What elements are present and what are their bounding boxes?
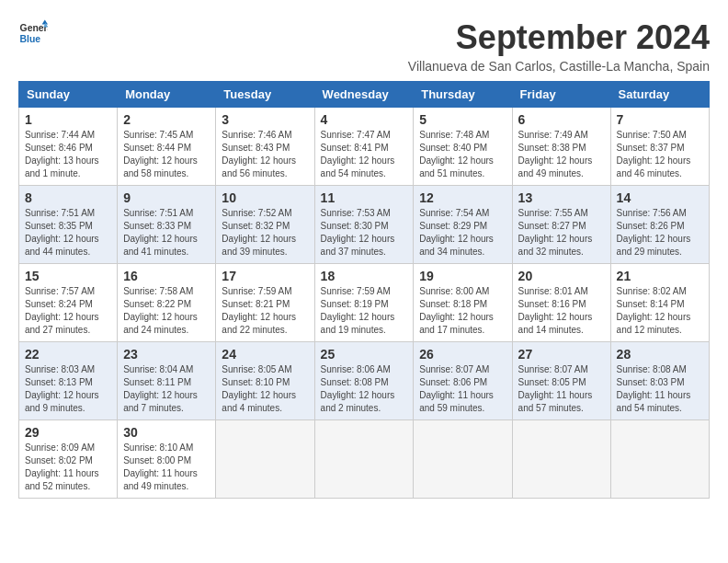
header-sunday: Sunday — [19, 82, 118, 108]
sunset-text: Sunset: 8:18 PM — [419, 299, 487, 309]
day-number: 30 — [123, 425, 210, 440]
day-number: 6 — [518, 112, 605, 127]
table-row: 22Sunrise: 8:03 AMSunset: 8:13 PMDayligh… — [19, 342, 118, 420]
sunrise-text: Sunrise: 7:49 AM — [518, 130, 588, 140]
sunset-text: Sunset: 8:13 PM — [25, 377, 93, 387]
day-number: 22 — [25, 347, 111, 362]
table-row — [512, 420, 610, 499]
table-row: 10Sunrise: 7:52 AMSunset: 8:32 PMDayligh… — [216, 186, 314, 264]
table-row: 25Sunrise: 8:06 AMSunset: 8:08 PMDayligh… — [314, 342, 414, 420]
svg-text:Blue: Blue — [20, 34, 41, 44]
day-info: Sunrise: 8:05 AMSunset: 8:10 PMDaylight:… — [222, 363, 308, 415]
day-info: Sunrise: 8:08 AMSunset: 8:03 PMDaylight:… — [617, 363, 703, 415]
day-info: Sunrise: 7:56 AMSunset: 8:26 PMDaylight:… — [617, 207, 703, 259]
sunrise-text: Sunrise: 7:59 AM — [321, 286, 391, 296]
day-number: 14 — [617, 190, 703, 205]
day-info: Sunrise: 7:50 AMSunset: 8:37 PMDaylight:… — [617, 129, 703, 180]
logo: General Blue — [18, 18, 48, 48]
day-number: 7 — [617, 112, 703, 127]
day-info: Sunrise: 7:57 AMSunset: 8:24 PMDaylight:… — [25, 285, 111, 337]
sunrise-text: Sunrise: 8:07 AM — [419, 364, 489, 374]
header-tuesday: Tuesday — [216, 82, 314, 108]
daylight-text: Daylight: 11 hours and 54 minutes. — [617, 390, 691, 413]
sunset-text: Sunset: 8:16 PM — [518, 299, 586, 309]
sunrise-text: Sunrise: 7:55 AM — [518, 208, 588, 218]
day-number: 8 — [25, 190, 111, 205]
sunrise-text: Sunrise: 7:47 AM — [321, 130, 391, 140]
day-number: 12 — [419, 190, 506, 205]
daylight-text: Daylight: 12 hours and 49 minutes. — [518, 155, 593, 178]
sunset-text: Sunset: 8:32 PM — [222, 221, 290, 231]
daylight-text: Daylight: 12 hours and 56 minutes. — [222, 155, 296, 178]
sunrise-text: Sunrise: 7:51 AM — [25, 208, 95, 218]
daylight-text: Daylight: 12 hours and 37 minutes. — [321, 234, 395, 257]
sunrise-text: Sunrise: 7:45 AM — [123, 130, 193, 140]
sunrise-text: Sunrise: 8:08 AM — [617, 364, 687, 374]
daylight-text: Daylight: 12 hours and 29 minutes. — [617, 234, 691, 257]
sunrise-text: Sunrise: 7:59 AM — [222, 286, 291, 296]
daylight-text: Daylight: 11 hours and 49 minutes. — [123, 468, 198, 491]
header-thursday: Thursday — [414, 82, 512, 108]
header-wednesday: Wednesday — [314, 82, 414, 108]
day-number: 19 — [419, 269, 506, 283]
day-number: 21 — [617, 269, 703, 283]
daylight-text: Daylight: 12 hours and 27 minutes. — [25, 312, 99, 335]
sunrise-text: Sunrise: 7:57 AM — [25, 286, 95, 296]
sunrise-text: Sunrise: 8:01 AM — [518, 286, 588, 296]
day-info: Sunrise: 7:52 AMSunset: 8:32 PMDaylight:… — [222, 207, 308, 259]
calendar-week-row: 8Sunrise: 7:51 AMSunset: 8:35 PMDaylight… — [19, 186, 710, 264]
day-number: 11 — [321, 190, 408, 205]
day-number: 16 — [123, 269, 210, 283]
daylight-text: Daylight: 11 hours and 57 minutes. — [518, 390, 593, 413]
daylight-text: Daylight: 13 hours and 1 minute. — [25, 155, 99, 178]
calendar-week-row: 15Sunrise: 7:57 AMSunset: 8:24 PMDayligh… — [19, 264, 710, 342]
svg-text:General: General — [20, 23, 48, 33]
day-info: Sunrise: 8:00 AMSunset: 8:18 PMDaylight:… — [419, 285, 506, 337]
day-info: Sunrise: 7:51 AMSunset: 8:35 PMDaylight:… — [25, 207, 111, 259]
table-row: 27Sunrise: 8:07 AMSunset: 8:05 PMDayligh… — [512, 342, 610, 420]
calendar-week-row: 1Sunrise: 7:44 AMSunset: 8:46 PMDaylight… — [19, 108, 710, 186]
day-info: Sunrise: 8:03 AMSunset: 8:13 PMDaylight:… — [25, 363, 111, 415]
daylight-text: Daylight: 12 hours and 4 minutes. — [222, 390, 296, 413]
daylight-text: Daylight: 11 hours and 52 minutes. — [25, 468, 99, 491]
table-row — [216, 420, 314, 499]
day-info: Sunrise: 7:59 AMSunset: 8:19 PMDaylight:… — [321, 285, 408, 337]
day-number: 10 — [222, 190, 308, 205]
daylight-text: Daylight: 12 hours and 7 minutes. — [123, 390, 198, 413]
day-info: Sunrise: 8:09 AMSunset: 8:02 PMDaylight:… — [25, 442, 111, 493]
table-row: 17Sunrise: 7:59 AMSunset: 8:21 PMDayligh… — [216, 264, 314, 342]
table-row: 18Sunrise: 7:59 AMSunset: 8:19 PMDayligh… — [314, 264, 414, 342]
table-row: 7Sunrise: 7:50 AMSunset: 8:37 PMDaylight… — [610, 108, 709, 186]
day-number: 29 — [25, 425, 111, 440]
calendar-table: Sunday Monday Tuesday Wednesday Thursday… — [18, 81, 710, 499]
daylight-text: Daylight: 12 hours and 9 minutes. — [25, 390, 99, 413]
day-number: 15 — [25, 269, 111, 283]
sunset-text: Sunset: 8:24 PM — [25, 299, 93, 309]
day-info: Sunrise: 7:53 AMSunset: 8:30 PMDaylight:… — [321, 207, 408, 259]
sunset-text: Sunset: 8:35 PM — [25, 221, 93, 231]
sunset-text: Sunset: 8:06 PM — [419, 377, 487, 387]
sunset-text: Sunset: 8:08 PM — [321, 377, 389, 387]
day-info: Sunrise: 8:02 AMSunset: 8:14 PMDaylight:… — [617, 285, 703, 337]
sunrise-text: Sunrise: 8:06 AM — [321, 364, 391, 374]
day-info: Sunrise: 8:06 AMSunset: 8:08 PMDaylight:… — [321, 363, 408, 415]
sunset-text: Sunset: 8:21 PM — [222, 299, 290, 309]
day-number: 2 — [123, 112, 210, 127]
table-row: 11Sunrise: 7:53 AMSunset: 8:30 PMDayligh… — [314, 186, 414, 264]
table-row — [314, 420, 414, 499]
table-row: 6Sunrise: 7:49 AMSunset: 8:38 PMDaylight… — [512, 108, 610, 186]
daylight-text: Daylight: 12 hours and 46 minutes. — [617, 155, 691, 178]
daylight-text: Daylight: 12 hours and 39 minutes. — [222, 234, 296, 257]
table-row: 4Sunrise: 7:47 AMSunset: 8:41 PMDaylight… — [314, 108, 414, 186]
table-row: 26Sunrise: 8:07 AMSunset: 8:06 PMDayligh… — [414, 342, 512, 420]
sunset-text: Sunset: 8:29 PM — [419, 221, 487, 231]
sunset-text: Sunset: 8:19 PM — [321, 299, 389, 309]
sunrise-text: Sunrise: 8:10 AM — [123, 442, 193, 453]
page-container: General Blue September 2024 Villanueva d… — [18, 18, 710, 499]
day-info: Sunrise: 7:59 AMSunset: 8:21 PMDaylight:… — [222, 285, 308, 337]
sunrise-text: Sunrise: 8:02 AM — [617, 286, 687, 296]
day-info: Sunrise: 7:55 AMSunset: 8:27 PMDaylight:… — [518, 207, 605, 259]
sunrise-text: Sunrise: 7:53 AM — [321, 208, 391, 218]
sunrise-text: Sunrise: 8:03 AM — [25, 364, 95, 374]
daylight-text: Daylight: 12 hours and 51 minutes. — [419, 155, 494, 178]
